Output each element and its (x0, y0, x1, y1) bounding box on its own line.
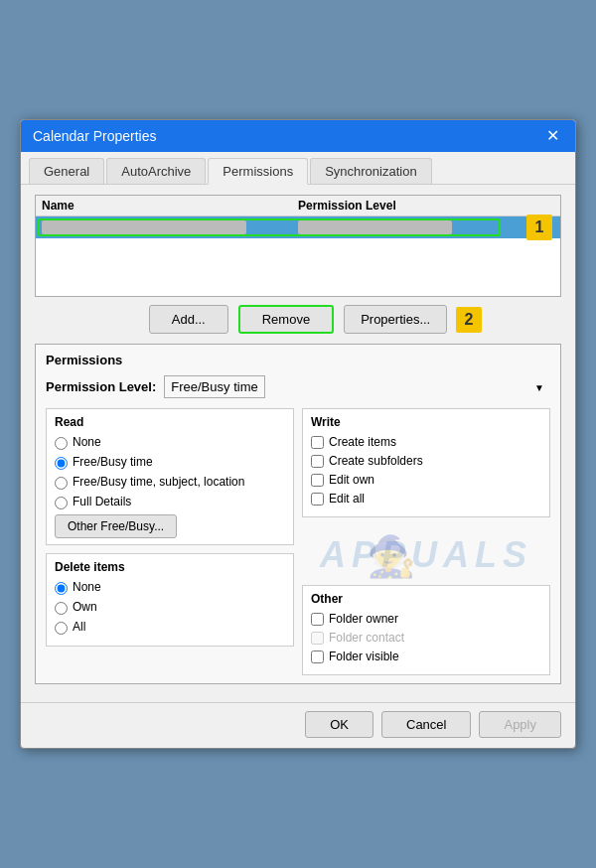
permissions-list: Name Permission Level 1 (35, 195, 561, 297)
delete-own-label: Own (73, 600, 97, 614)
write-createsubfolders-label: Create subfolders (329, 454, 423, 468)
tab-permissions[interactable]: Permissions (208, 158, 308, 185)
read-group: Read None Free/Busy time Free/Busy time,… (46, 408, 294, 545)
permissions-group: Permissions Permission Level: Free/Busy … (35, 344, 561, 684)
select-dropdown-icon: ▼ (534, 381, 544, 392)
badge-1: 1 (526, 215, 552, 240)
other-folderowner-item: Folder owner (311, 612, 541, 626)
read-none-radio[interactable] (55, 437, 68, 450)
delete-all-radio[interactable] (55, 622, 68, 635)
read-freebusy-label: Free/Busy time (73, 455, 153, 469)
tab-strip: General AutoArchive Permissions Synchron… (21, 152, 575, 185)
row-name-cell (42, 220, 246, 234)
delete-none-label: None (73, 580, 101, 594)
remove-button[interactable]: Remove (238, 305, 334, 334)
other-foldercontact-item: Folder contact (311, 631, 541, 645)
other-folderowner-label: Folder owner (329, 612, 398, 626)
tab-autoarchive[interactable]: AutoArchive (106, 158, 206, 184)
list-body: 1 (36, 217, 560, 296)
other-group: Other Folder owner Folder contact Folder… (302, 585, 550, 675)
watermark-character-icon: 🧙 (367, 533, 416, 580)
read-freebusy-radio[interactable] (55, 457, 68, 470)
read-none-label: None (73, 435, 101, 449)
write-group: Write Create items Create subfolders Edi… (302, 408, 550, 517)
ok-button[interactable]: OK (305, 711, 373, 738)
read-none-item: None (55, 435, 285, 450)
close-button[interactable]: ✕ (542, 128, 563, 144)
tab-synchronization[interactable]: Synchronization (310, 158, 432, 184)
row-level-cell (298, 220, 452, 234)
read-fulldetails-item: Full Details (55, 495, 285, 509)
right-column: Write Create items Create subfolders Edi… (302, 408, 550, 675)
bottom-bar: OK Cancel Apply (21, 702, 575, 748)
write-editown-checkbox[interactable] (311, 474, 324, 487)
delete-none-radio[interactable] (55, 582, 68, 595)
other-folderowner-checkbox[interactable] (311, 613, 324, 626)
read-fulldetails-label: Full Details (73, 495, 131, 508)
write-editall-checkbox[interactable] (311, 493, 324, 506)
tab-general[interactable]: General (29, 158, 104, 184)
delete-all-item: All (55, 620, 285, 635)
col-permission-level: Permission Level (298, 199, 554, 213)
other-foldercontact-checkbox (311, 632, 324, 645)
title-bar: Calendar Properties ✕ (21, 120, 575, 152)
other-group-title: Other (311, 592, 541, 606)
write-createsubfolders-item: Create subfolders (311, 454, 541, 468)
calendar-properties-dialog: Calendar Properties ✕ General AutoArchiv… (20, 119, 576, 749)
delete-all-label: All (73, 620, 85, 634)
delete-group-title: Delete items (55, 560, 285, 574)
read-fulldetails-radio[interactable] (55, 497, 68, 509)
delete-own-radio[interactable] (55, 602, 68, 615)
add-button[interactable]: Add... (149, 305, 228, 334)
watermark-text: APPUALS (320, 534, 532, 576)
write-createitems-label: Create items (329, 435, 396, 449)
delete-own-item: Own (55, 600, 285, 615)
permission-level-select-wrapper: Free/Busy time None Contributor Reviewer… (164, 375, 550, 398)
properties-button[interactable]: Properties... (344, 305, 447, 334)
other-free-busy-button[interactable]: Other Free/Busy... (55, 514, 177, 538)
write-group-title: Write (311, 415, 541, 429)
write-editall-item: Edit all (311, 492, 541, 506)
list-header: Name Permission Level (36, 196, 560, 217)
left-column: Read None Free/Busy time Free/Busy time,… (46, 408, 294, 675)
permissions-group-title: Permissions (46, 353, 550, 367)
read-group-title: Read (55, 415, 285, 429)
permissions-columns: Read None Free/Busy time Free/Busy time,… (46, 408, 550, 675)
read-freebusy-subject-radio[interactable] (55, 477, 68, 490)
write-createitems-item: Create items (311, 435, 541, 449)
write-createsubfolders-checkbox[interactable] (311, 455, 324, 468)
other-foldervisible-checkbox[interactable] (311, 651, 324, 663)
other-foldervisible-item: Folder visible (311, 650, 541, 663)
read-freebusy-item: Free/Busy time (55, 455, 285, 470)
permission-level-select[interactable]: Free/Busy time None Contributor Reviewer… (164, 375, 265, 398)
main-content: Name Permission Level 1 Add... Remove 2 … (21, 185, 575, 702)
other-foldercontact-label: Folder contact (329, 631, 404, 645)
col-name: Name (42, 199, 298, 213)
read-freebusysubject-item: Free/Busy time, subject, location (55, 475, 285, 490)
apply-button[interactable]: Apply (479, 711, 561, 738)
write-editall-label: Edit all (329, 492, 365, 506)
action-buttons-row: Add... Remove 2 Properties... (35, 305, 561, 334)
badge-2: 2 (456, 307, 482, 333)
delete-none-item: None (55, 580, 285, 595)
delete-group: Delete items None Own All (46, 553, 294, 647)
permission-level-row: Permission Level: Free/Busy time None Co… (46, 375, 550, 398)
write-editown-item: Edit own (311, 473, 541, 487)
list-row[interactable]: 1 (36, 217, 560, 238)
read-freebusy-subject-label: Free/Busy time, subject, location (73, 475, 244, 489)
dialog-title: Calendar Properties (33, 128, 157, 144)
write-editown-label: Edit own (329, 473, 374, 487)
cancel-button[interactable]: Cancel (381, 711, 471, 738)
other-foldervisible-label: Folder visible (329, 650, 399, 663)
permission-level-label: Permission Level: (46, 379, 156, 394)
watermark-area: 🧙 APPUALS (302, 525, 550, 585)
write-createitems-checkbox[interactable] (311, 436, 324, 449)
